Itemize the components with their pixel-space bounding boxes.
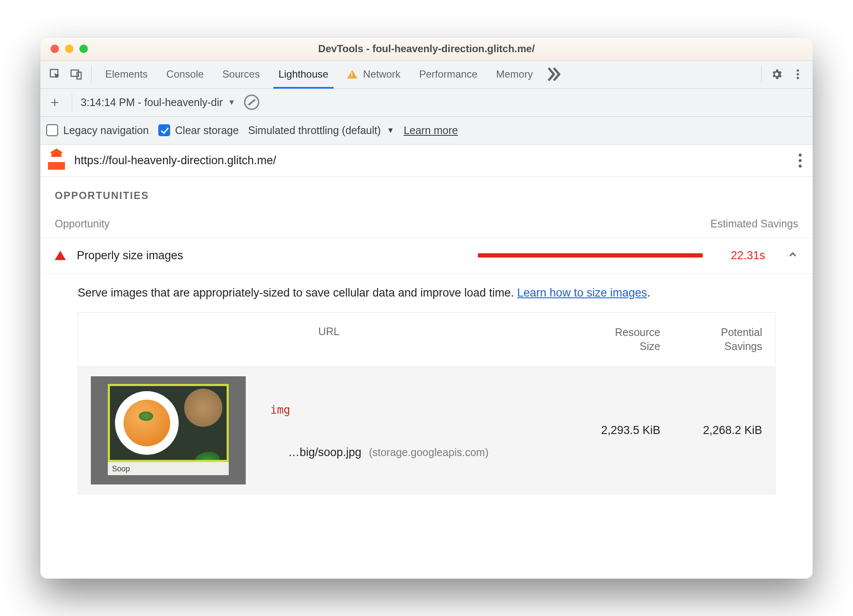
throttling-dropdown[interactable]: Simulated throttling (default) ▼ (248, 124, 395, 137)
resource-url: …big/soop.jpg (storage.googleapis.com) (246, 446, 567, 459)
report-url: https://foul-heavenly-direction.glitch.m… (74, 154, 276, 167)
tab-label: Console (166, 68, 204, 80)
devtools-window: DevTools - foul-heavenly-direction.glitc… (40, 38, 813, 579)
lighthouse-settings-bar: Legacy navigation Clear storage Simulate… (40, 117, 813, 145)
savings-bar (478, 253, 703, 258)
fail-triangle-icon (55, 251, 66, 260)
description-learn-link[interactable]: Learn how to size images (517, 286, 647, 299)
settings-gear-icon[interactable] (766, 64, 787, 85)
clear-storage-checkbox[interactable]: Clear storage (158, 124, 239, 137)
url-column: img …big/soop.jpg (storage.googleapis.co… (246, 402, 567, 459)
toolbar-divider (72, 94, 72, 111)
report-selector-label: 3:14:14 PM - foul-heavenly-dir (81, 96, 223, 109)
column-header-opportunity: Opportunity (55, 218, 109, 230)
column-header-savings: Estimated Savings (710, 218, 798, 230)
tab-memory[interactable]: Memory (487, 60, 542, 88)
section-title: OPPORTUNITIES (40, 177, 813, 206)
opportunity-description: Serve images that are appropriately-size… (40, 274, 813, 312)
thumb-caption: Soop (108, 460, 229, 475)
tab-sources[interactable]: Sources (213, 60, 269, 88)
tab-label: Sources (222, 68, 260, 80)
report-selector[interactable]: 3:14:14 PM - foul-heavenly-dir ▼ (81, 96, 236, 109)
svg-point-4 (797, 73, 799, 76)
tab-console[interactable]: Console (157, 60, 213, 88)
dropdown-caret-icon: ▼ (387, 126, 394, 135)
node-tag: img (270, 403, 290, 416)
opportunity-name: Properly size images (77, 249, 183, 262)
dropdown-caret-icon: ▼ (228, 98, 236, 107)
more-tabs-button[interactable] (542, 64, 564, 85)
checkbox-icon (46, 124, 58, 136)
th-potential-savings: Potential Savings (660, 325, 762, 354)
warning-icon (347, 70, 357, 78)
inspect-element-icon[interactable] (45, 64, 66, 85)
tab-performance[interactable]: Performance (410, 60, 487, 88)
th-resource-size: Resource Size (567, 325, 660, 354)
checkbox-label: Clear storage (175, 124, 239, 137)
checkbox-checked-icon (158, 124, 170, 136)
collapse-chevron-icon[interactable] (787, 249, 798, 262)
tab-label: Memory (496, 68, 533, 80)
titlebar: DevTools - foul-heavenly-direction.glitc… (40, 38, 813, 61)
potential-savings: 2,268.2 KiB (660, 424, 762, 437)
tab-label: Performance (419, 68, 477, 80)
report-menu-icon[interactable] (795, 150, 805, 171)
tab-label: Network (363, 68, 401, 80)
clear-all-icon[interactable] (244, 95, 259, 110)
description-text: Serve images that are appropriately-size… (78, 286, 517, 299)
devtools-tabbar: Elements Console Sources Lighthouse Netw… (40, 61, 813, 89)
resource-size: 2,293.5 KiB (567, 424, 660, 437)
svg-point-5 (797, 77, 799, 79)
lighthouse-toolbar: ＋ 3:14:14 PM - foul-heavenly-dir ▼ (40, 89, 813, 117)
svg-point-3 (797, 70, 799, 72)
savings-value: 22.31s (731, 249, 765, 262)
tab-elements[interactable]: Elements (96, 60, 157, 88)
toggle-device-toolbar-icon[interactable] (66, 64, 87, 85)
checkbox-label: Legacy navigation (63, 124, 149, 137)
opportunities-header-row: Opportunity Estimated Savings (40, 206, 813, 238)
legacy-navigation-checkbox[interactable]: Legacy navigation (46, 124, 149, 137)
lighthouse-icon (48, 151, 65, 170)
description-text: . (647, 286, 651, 299)
resource-host: (storage.googleapis.com) (369, 446, 488, 458)
table-head: URL Resource Size Potential Savings (78, 313, 775, 367)
report-urlbar: https://foul-heavenly-direction.glitch.m… (40, 145, 813, 177)
table-row[interactable]: Soop img …big/soop.jpg (storage.googleap… (78, 367, 775, 494)
image-thumbnail: Soop (91, 376, 246, 484)
tabbar-divider (761, 66, 762, 83)
new-report-button[interactable]: ＋ (46, 94, 63, 111)
devtools-menu-icon[interactable] (787, 64, 808, 85)
th-url: URL (91, 325, 567, 354)
report-content: OPPORTUNITIES Opportunity Estimated Savi… (40, 177, 813, 579)
tab-network[interactable]: Network (338, 60, 410, 88)
window-title: DevTools - foul-heavenly-direction.glitc… (40, 43, 813, 55)
opportunity-table: URL Resource Size Potential Savings (78, 312, 775, 495)
dropdown-label: Simulated throttling (default) (248, 124, 381, 137)
learn-more-link[interactable]: Learn more (404, 124, 458, 137)
tab-label: Elements (105, 68, 148, 80)
opportunity-row[interactable]: Properly size images 22.31s (40, 238, 813, 274)
tabbar-divider (91, 66, 92, 83)
tab-label: Lighthouse (278, 68, 328, 80)
tab-lighthouse[interactable]: Lighthouse (269, 60, 337, 88)
